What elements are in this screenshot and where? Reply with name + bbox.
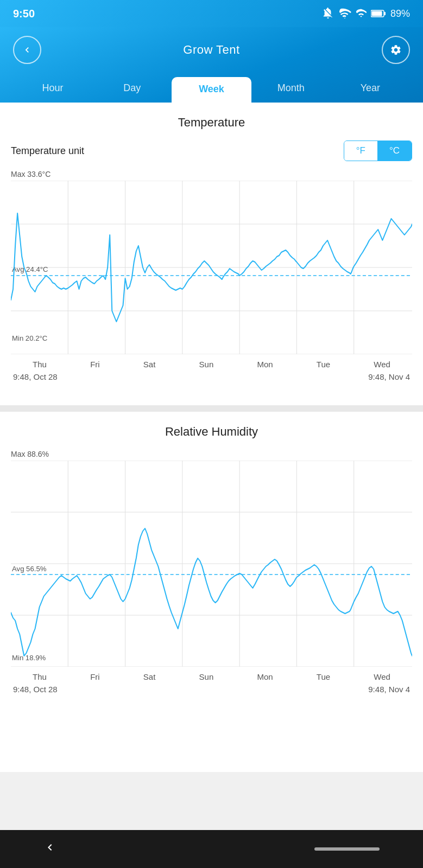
home-indicator: [314, 847, 380, 851]
battery-percent: 89%: [390, 8, 410, 20]
day-label-sun: Sun: [199, 360, 214, 369]
temp-date-start: 9:48, Oct 28: [13, 372, 58, 381]
humidity-day-labels: Thu Fri Sat Sun Mon Tue Wed: [11, 669, 412, 682]
content-area: Temperature Temperature unit °F °C Max 3…: [0, 103, 423, 772]
day-label-mon: Mon: [257, 360, 273, 369]
humidity-section: Relative Humidity Max 88.6%: [0, 412, 423, 709]
temp-date-range: 9:48, Oct 28 9:48, Nov 4: [11, 370, 412, 384]
hum-day-thu: Thu: [33, 672, 47, 681]
temp-day-labels: Thu Fri Sat Sun Mon Tue Wed: [11, 356, 412, 370]
hum-date-end: 9:48, Nov 4: [368, 685, 410, 694]
signal-icon: [356, 8, 367, 20]
hum-date-start: 9:48, Oct 28: [13, 685, 58, 694]
day-label-fri: Fri: [90, 360, 100, 369]
hum-day-fri: Fri: [90, 672, 100, 681]
bottom-nav: [0, 830, 423, 868]
back-button[interactable]: [13, 36, 41, 64]
tab-hour[interactable]: Hour: [13, 76, 92, 101]
svg-text:Min 18.9%: Min 18.9%: [12, 654, 46, 662]
section-divider: [0, 405, 423, 412]
tab-day[interactable]: Day: [92, 76, 172, 101]
settings-button[interactable]: [382, 36, 410, 64]
day-label-tue: Tue: [317, 360, 330, 369]
hum-day-sun: Sun: [199, 672, 214, 681]
tab-year[interactable]: Year: [331, 76, 410, 101]
tab-month[interactable]: Month: [251, 76, 331, 101]
tab-bar: Hour Day Week Month Year: [13, 75, 410, 103]
hum-day-mon: Mon: [257, 672, 273, 681]
temp-unit-label: Temperature unit: [11, 145, 84, 157]
hum-day-tue: Tue: [317, 672, 330, 681]
svg-text:Avg 56.5%: Avg 56.5%: [12, 565, 47, 573]
day-label-sat: Sat: [143, 360, 156, 369]
app-header: Grow Tent Hour Day Week Month Year: [0, 27, 423, 103]
temp-date-end: 9:48, Nov 4: [368, 372, 410, 381]
temp-max-label: Max 33.6°C: [11, 170, 412, 178]
status-time: 9:50: [13, 8, 35, 20]
day-label-thu: Thu: [33, 360, 47, 369]
humidity-max-label: Max 88.6%: [11, 450, 412, 458]
temperature-chart-wrap: Max 33.6°C: [11, 170, 412, 384]
temperature-chart: Avg 24.4°C Min 20.2°C: [11, 181, 412, 356]
hum-day-wed: Wed: [374, 672, 390, 681]
svg-text:Min 20.2°C: Min 20.2°C: [12, 334, 47, 342]
nav-back-button[interactable]: [43, 841, 56, 857]
unit-fahrenheit-button[interactable]: °F: [344, 141, 377, 161]
temperature-title: Temperature: [11, 116, 412, 130]
humidity-title: Relative Humidity: [11, 425, 412, 439]
humidity-chart: Avg 56.5% Min 18.9%: [11, 461, 412, 669]
temperature-section: Temperature Temperature unit °F °C Max 3…: [0, 103, 423, 397]
hum-day-sat: Sat: [143, 672, 156, 681]
unit-toggle: °F °C: [344, 141, 412, 161]
svg-rect-1: [384, 12, 386, 15]
day-label-wed: Wed: [374, 360, 390, 369]
bell-muted-icon: [322, 8, 334, 20]
page-title: Grow Tent: [183, 43, 239, 57]
status-bar: 9:50 89%: [0, 0, 423, 27]
svg-text:Avg 24.4°C: Avg 24.4°C: [12, 265, 48, 273]
status-icons: 89%: [322, 8, 410, 20]
temperature-unit-row: Temperature unit °F °C: [11, 141, 412, 161]
humidity-chart-wrap: Max 88.6%: [11, 450, 412, 696]
svg-rect-2: [371, 11, 382, 16]
battery-icon: [371, 8, 386, 19]
tab-week[interactable]: Week: [172, 77, 251, 103]
humidity-date-range: 9:48, Oct 28 9:48, Nov 4: [11, 682, 412, 696]
unit-celsius-button[interactable]: °C: [377, 141, 412, 161]
wifi-icon: [338, 8, 351, 20]
